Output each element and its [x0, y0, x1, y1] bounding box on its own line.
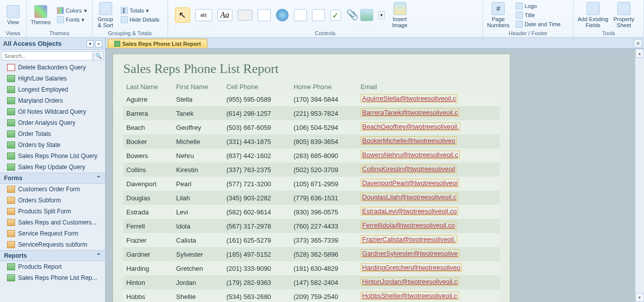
cell-firstname[interactable]: Kirestin [173, 163, 223, 177]
column-header[interactable]: First Name [173, 82, 223, 92]
table-row[interactable]: BeachGeoffrey(503) 667-6059(106) 504-529… [123, 120, 500, 134]
cell-email[interactable]: BarreraTanek@twotreesoliveoil.c [358, 106, 500, 120]
cell-homephone[interactable]: (147) 582-2404 [290, 275, 357, 289]
fonts-button[interactable]: Fonts▾ [55, 16, 89, 24]
page-numbers-button[interactable]: # Page Numbers [486, 1, 511, 29]
table-row[interactable]: BookerMichelle(331) 443-1875(805) 839-36… [123, 134, 500, 148]
column-header[interactable]: Home Phone [290, 82, 357, 92]
themes-button[interactable]: Themes [30, 4, 52, 26]
property-sheet-button[interactable]: Property Sheet [612, 1, 635, 29]
attachment-tool[interactable]: 📎 [346, 9, 355, 22]
cell-cellphone[interactable]: (161) 625-5279 [223, 233, 290, 247]
nav-item-form[interactable]: Customers Order Form [0, 184, 105, 195]
cell-cellphone[interactable]: (955) 595-0589 [223, 92, 290, 106]
nav-section-reports[interactable]: Reports⌃ [0, 250, 105, 261]
table-row[interactable]: BowersNehru(837) 442-1602(283) 685-8090B… [123, 148, 500, 163]
cell-lastname[interactable]: Beach [123, 120, 173, 134]
nav-item-query[interactable]: Sales Reps Phone List Query [0, 150, 105, 162]
nav-item-query[interactable]: Maryland Orders [0, 95, 105, 106]
nav-header[interactable]: All Access Objects ▾ « [0, 38, 105, 50]
cell-homephone[interactable]: (106) 504-5294 [290, 120, 357, 134]
cell-lastname[interactable]: Collins [123, 163, 173, 177]
cell-lastname[interactable]: Hinton [123, 275, 173, 289]
search-input[interactable] [2, 51, 93, 60]
date-time-button[interactable]: Date and Time [514, 20, 563, 28]
nav-item-query[interactable]: Order Totals [0, 128, 105, 139]
cell-cellphone[interactable]: (567) 317-2978 [223, 219, 290, 233]
cell-email[interactable]: HobbsShellie@twotreesoliveoil.c [358, 289, 500, 302]
report-surface[interactable]: Sales Reps Phone List Report Last NameFi… [113, 54, 510, 302]
table-row[interactable]: AguirreStella(955) 595-0589(170) 394-584… [123, 92, 500, 106]
nav-item-query[interactable]: Oil Notes Wildcard Query [0, 106, 105, 117]
cell-email[interactable]: FrazierCalista@twotreesoliveoil. [358, 233, 500, 247]
cell-email[interactable]: BookerMichelle@twotreesoliveo [358, 134, 500, 148]
nav-item-report[interactable]: Sales Reps Phone List Rep... [0, 272, 105, 283]
cell-cellphone[interactable]: (185) 497-5152 [223, 247, 290, 261]
cell-cellphone[interactable]: (582) 602-9614 [223, 205, 290, 219]
add-existing-button[interactable]: Add Existing Fields [577, 1, 609, 29]
cell-email[interactable]: CollinsKirestin@twotreesoliveoil [358, 163, 500, 177]
cell-firstname[interactable]: Nehru [173, 148, 223, 163]
email-link[interactable]: FerrellIdola@twotreesoliveoil.co [361, 221, 456, 230]
hyperlink-tool[interactable] [276, 9, 289, 22]
cell-lastname[interactable]: Barrera [123, 106, 173, 120]
nav-item-form[interactable]: Products Split Form [0, 206, 105, 217]
cell-cellphone[interactable]: (614) 298-1257 [223, 106, 290, 120]
cell-email[interactable]: HintonJordan@twotreesoliveoil.c [358, 275, 500, 289]
cell-cellphone[interactable]: (837) 442-1602 [223, 148, 290, 163]
email-link[interactable]: AguirreStella@twotreesoliveoil.c [361, 94, 458, 103]
table-row[interactable]: DavenportPearl(577) 721-3200(105) 871-29… [123, 177, 500, 191]
image-tool[interactable] [360, 9, 373, 21]
column-header[interactable]: Cell Phone [223, 82, 290, 92]
cell-firstname[interactable]: Calista [173, 233, 223, 247]
view-button[interactable]: View [3, 4, 23, 26]
cell-homephone[interactable]: (170) 394-5844 [290, 92, 357, 106]
email-link[interactable]: GardnerSylvester@twotreesolive [361, 249, 459, 258]
cell-homephone[interactable]: (528) 362-5896 [290, 247, 357, 261]
email-link[interactable]: FrazierCalista@twotreesoliveoil. [361, 235, 457, 244]
cell-homephone[interactable]: (105) 871-2959 [290, 177, 357, 191]
nav-section-forms[interactable]: Forms⌃ [0, 173, 105, 184]
nav-item-form[interactable]: Service Request Form [0, 228, 105, 239]
cell-lastname[interactable]: Gardner [123, 247, 173, 261]
email-link[interactable]: HintonJordan@twotreesoliveoil.c [361, 277, 459, 286]
nav-item-form[interactable]: Sales Reps and Customers... [0, 217, 105, 228]
scroll-down-button[interactable]: ▾ [635, 293, 644, 302]
title-button[interactable]: Title [514, 11, 563, 19]
cell-homephone[interactable]: (502) 520-3709 [290, 163, 357, 177]
cell-email[interactable]: AguirreStella@twotreesoliveoil.c [358, 92, 500, 106]
cell-firstname[interactable]: Geoffrey [173, 120, 223, 134]
cell-firstname[interactable]: Gretchen [173, 261, 223, 275]
cell-cellphone[interactable]: (577) 721-3200 [223, 177, 290, 191]
email-link[interactable]: BookerMichelle@twotreesoliveo [361, 136, 457, 145]
nav-item-report[interactable]: Products Report [0, 261, 105, 272]
cell-cellphone[interactable]: (337) 763-2375 [223, 163, 290, 177]
email-link[interactable]: DouglasLilah@twotreesoliveoil.c [361, 193, 458, 201]
table-row[interactable]: HobbsShellie(534) 563-2680(209) 759-2540… [123, 289, 500, 302]
email-link[interactable]: HobbsShellie@twotreesoliveoil.c [361, 291, 459, 300]
cell-email[interactable]: FerrellIdola@twotreesoliveoil.co [358, 219, 500, 233]
cell-email[interactable]: DavenportPearl@twotreesoliveoi [358, 177, 500, 191]
cell-lastname[interactable]: Bowers [123, 148, 173, 163]
table-row[interactable]: GardnerSylvester(185) 497-5152(528) 362-… [123, 247, 500, 261]
cell-firstname[interactable]: Tanek [173, 106, 223, 120]
cell-lastname[interactable]: Aguirre [123, 92, 173, 106]
email-link[interactable]: BeachGeoffrey@twotreesoliveoil. [361, 122, 460, 131]
cell-cellphone[interactable]: (201) 333-9090 [223, 261, 290, 275]
cell-firstname[interactable]: Stella [173, 92, 223, 106]
email-link[interactable]: DavenportPearl@twotreesoliveoi [361, 179, 459, 187]
tab-close-button[interactable]: ✕ [634, 39, 642, 47]
cell-firstname[interactable]: Levi [173, 205, 223, 219]
cell-homephone[interactable]: (930) 396-0575 [290, 205, 357, 219]
table-row[interactable]: DouglasLilah(345) 903-2282(779) 636-1531… [123, 191, 500, 205]
scroll-up-button[interactable]: ▴ [635, 49, 644, 58]
cell-homephone[interactable]: (779) 636-1531 [290, 191, 357, 205]
cell-homephone[interactable]: (283) 685-8090 [290, 148, 357, 163]
cell-lastname[interactable]: Frazier [123, 233, 173, 247]
cell-cellphone[interactable]: (345) 903-2282 [223, 191, 290, 205]
select-tool[interactable]: ↖ [175, 8, 190, 23]
hide-details-button[interactable]: Hide Details [119, 16, 162, 24]
nav-item-query[interactable]: Sales Rep Update Query [0, 162, 105, 173]
label-tool[interactable]: Aa [217, 9, 232, 21]
cell-firstname[interactable]: Jordan [173, 275, 223, 289]
